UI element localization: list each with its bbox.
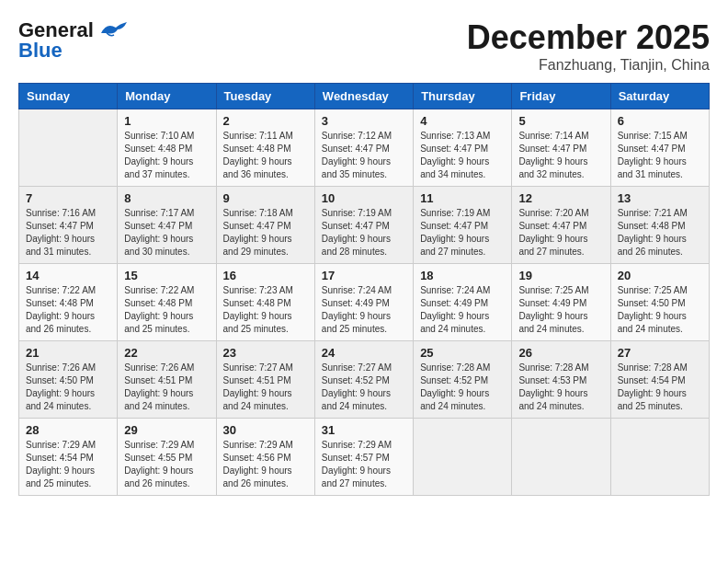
calendar-day-cell: 12Sunrise: 7:20 AM Sunset: 4:47 PM Dayli… (512, 187, 610, 264)
calendar-day-cell (19, 109, 118, 187)
day-info: Sunrise: 7:27 AM Sunset: 4:52 PM Dayligh… (322, 362, 406, 413)
weekday-header-saturday: Saturday (610, 84, 709, 109)
day-info: Sunrise: 7:28 AM Sunset: 4:54 PM Dayligh… (618, 362, 702, 413)
month-title: December 2025 (467, 18, 710, 57)
day-number: 3 (322, 114, 406, 128)
day-number: 27 (618, 346, 702, 360)
calendar-day-cell: 26Sunrise: 7:28 AM Sunset: 4:53 PM Dayli… (512, 341, 610, 419)
day-info: Sunrise: 7:28 AM Sunset: 4:53 PM Dayligh… (518, 362, 603, 413)
day-number: 13 (618, 191, 702, 205)
day-info: Sunrise: 7:19 AM Sunset: 4:47 PM Dayligh… (322, 207, 406, 259)
calendar-day-cell: 30Sunrise: 7:29 AM Sunset: 4:56 PM Dayli… (216, 419, 314, 496)
calendar-day-cell: 11Sunrise: 7:19 AM Sunset: 4:47 PM Dayli… (414, 187, 512, 264)
day-info: Sunrise: 7:26 AM Sunset: 4:50 PM Dayligh… (26, 362, 110, 413)
day-info: Sunrise: 7:27 AM Sunset: 4:51 PM Dayligh… (223, 362, 308, 413)
day-number: 30 (223, 423, 308, 437)
day-number: 18 (420, 269, 505, 282)
weekday-header-monday: Monday (118, 84, 216, 109)
day-number: 2 (223, 114, 308, 128)
calendar-day-cell: 5Sunrise: 7:14 AM Sunset: 4:47 PM Daylig… (512, 109, 610, 187)
weekday-header-wednesday: Wednesday (314, 84, 413, 109)
calendar-day-cell (610, 419, 709, 496)
day-number: 19 (518, 269, 603, 282)
day-number: 10 (322, 191, 406, 205)
day-info: Sunrise: 7:21 AM Sunset: 4:48 PM Dayligh… (618, 207, 702, 259)
calendar-day-cell: 29Sunrise: 7:29 AM Sunset: 4:55 PM Dayli… (118, 419, 216, 496)
day-info: Sunrise: 7:22 AM Sunset: 4:48 PM Dayligh… (124, 284, 209, 336)
calendar-day-cell: 14Sunrise: 7:22 AM Sunset: 4:48 PM Dayli… (19, 264, 118, 341)
day-info: Sunrise: 7:14 AM Sunset: 4:47 PM Dayligh… (518, 130, 603, 181)
day-info: Sunrise: 7:29 AM Sunset: 4:55 PM Dayligh… (124, 439, 209, 490)
day-number: 16 (223, 269, 308, 282)
day-number: 26 (518, 346, 603, 360)
day-info: Sunrise: 7:18 AM Sunset: 4:47 PM Dayligh… (223, 207, 308, 259)
calendar-day-cell: 20Sunrise: 7:25 AM Sunset: 4:50 PM Dayli… (610, 264, 709, 341)
header: General Blue December 2025 Fanzhuang, Ti… (18, 18, 710, 74)
day-info: Sunrise: 7:11 AM Sunset: 4:48 PM Dayligh… (223, 130, 308, 181)
weekday-header-thursday: Thursday (414, 84, 512, 109)
day-info: Sunrise: 7:29 AM Sunset: 4:54 PM Dayligh… (26, 439, 110, 490)
day-number: 8 (124, 191, 209, 205)
day-info: Sunrise: 7:23 AM Sunset: 4:48 PM Dayligh… (223, 284, 308, 336)
calendar-table: SundayMondayTuesdayWednesdayThursdayFrid… (18, 83, 710, 496)
calendar-week-row: 1Sunrise: 7:10 AM Sunset: 4:48 PM Daylig… (19, 109, 710, 187)
day-number: 1 (124, 114, 209, 128)
day-number: 29 (124, 423, 209, 437)
day-number: 22 (124, 346, 209, 360)
day-info: Sunrise: 7:26 AM Sunset: 4:51 PM Dayligh… (124, 362, 209, 413)
day-number: 4 (420, 114, 505, 128)
weekday-header-sunday: Sunday (19, 84, 118, 109)
calendar-day-cell: 28Sunrise: 7:29 AM Sunset: 4:54 PM Dayli… (19, 419, 118, 496)
calendar-day-cell: 8Sunrise: 7:17 AM Sunset: 4:47 PM Daylig… (118, 187, 216, 264)
calendar-day-cell: 21Sunrise: 7:26 AM Sunset: 4:50 PM Dayli… (19, 341, 118, 419)
day-info: Sunrise: 7:12 AM Sunset: 4:47 PM Dayligh… (322, 130, 406, 181)
day-number: 5 (518, 114, 603, 128)
day-info: Sunrise: 7:17 AM Sunset: 4:47 PM Dayligh… (124, 207, 209, 259)
day-number: 31 (322, 423, 406, 437)
calendar-week-row: 7Sunrise: 7:16 AM Sunset: 4:47 PM Daylig… (19, 187, 710, 264)
calendar-week-row: 14Sunrise: 7:22 AM Sunset: 4:48 PM Dayli… (19, 264, 710, 341)
calendar-day-cell: 13Sunrise: 7:21 AM Sunset: 4:48 PM Dayli… (610, 187, 709, 264)
title-area: December 2025 Fanzhuang, Tianjin, China (467, 18, 710, 74)
day-number: 9 (223, 191, 308, 205)
logo-blue-text: Blue (18, 39, 63, 63)
day-number: 7 (26, 191, 110, 205)
day-number: 17 (322, 269, 406, 282)
calendar-day-cell: 27Sunrise: 7:28 AM Sunset: 4:54 PM Dayli… (610, 341, 709, 419)
calendar-day-cell: 17Sunrise: 7:24 AM Sunset: 4:49 PM Dayli… (314, 264, 413, 341)
day-info: Sunrise: 7:16 AM Sunset: 4:47 PM Dayligh… (26, 207, 110, 259)
day-number: 14 (26, 269, 110, 282)
day-number: 23 (223, 346, 308, 360)
day-info: Sunrise: 7:10 AM Sunset: 4:48 PM Dayligh… (124, 130, 209, 181)
calendar-day-cell (414, 419, 512, 496)
day-info: Sunrise: 7:25 AM Sunset: 4:49 PM Dayligh… (518, 284, 603, 336)
calendar-day-cell: 4Sunrise: 7:13 AM Sunset: 4:47 PM Daylig… (414, 109, 512, 187)
calendar-day-cell: 15Sunrise: 7:22 AM Sunset: 4:48 PM Dayli… (118, 264, 216, 341)
weekday-header-row: SundayMondayTuesdayWednesdayThursdayFrid… (19, 84, 710, 109)
day-number: 15 (124, 269, 209, 282)
calendar-day-cell: 10Sunrise: 7:19 AM Sunset: 4:47 PM Dayli… (314, 187, 413, 264)
calendar-day-cell: 1Sunrise: 7:10 AM Sunset: 4:48 PM Daylig… (118, 109, 216, 187)
calendar-day-cell: 24Sunrise: 7:27 AM Sunset: 4:52 PM Dayli… (314, 341, 413, 419)
calendar-day-cell: 19Sunrise: 7:25 AM Sunset: 4:49 PM Dayli… (512, 264, 610, 341)
calendar-week-row: 21Sunrise: 7:26 AM Sunset: 4:50 PM Dayli… (19, 341, 710, 419)
weekday-header-friday: Friday (512, 84, 610, 109)
weekday-header-tuesday: Tuesday (216, 84, 314, 109)
day-info: Sunrise: 7:24 AM Sunset: 4:49 PM Dayligh… (420, 284, 505, 336)
calendar-day-cell: 3Sunrise: 7:12 AM Sunset: 4:47 PM Daylig… (314, 109, 413, 187)
day-number: 11 (420, 191, 505, 205)
day-info: Sunrise: 7:19 AM Sunset: 4:47 PM Dayligh… (420, 207, 505, 259)
calendar-day-cell (512, 419, 610, 496)
calendar-day-cell: 9Sunrise: 7:18 AM Sunset: 4:47 PM Daylig… (216, 187, 314, 264)
day-info: Sunrise: 7:24 AM Sunset: 4:49 PM Dayligh… (322, 284, 406, 336)
day-info: Sunrise: 7:25 AM Sunset: 4:50 PM Dayligh… (618, 284, 702, 336)
calendar-day-cell: 22Sunrise: 7:26 AM Sunset: 4:51 PM Dayli… (118, 341, 216, 419)
day-info: Sunrise: 7:28 AM Sunset: 4:52 PM Dayligh… (420, 362, 505, 413)
day-number: 20 (618, 269, 702, 282)
day-number: 6 (618, 114, 702, 128)
calendar-day-cell: 31Sunrise: 7:29 AM Sunset: 4:57 PM Dayli… (314, 419, 413, 496)
day-number: 24 (322, 346, 406, 360)
calendar-day-cell: 2Sunrise: 7:11 AM Sunset: 4:48 PM Daylig… (216, 109, 314, 187)
day-number: 25 (420, 346, 505, 360)
day-number: 28 (26, 423, 110, 437)
